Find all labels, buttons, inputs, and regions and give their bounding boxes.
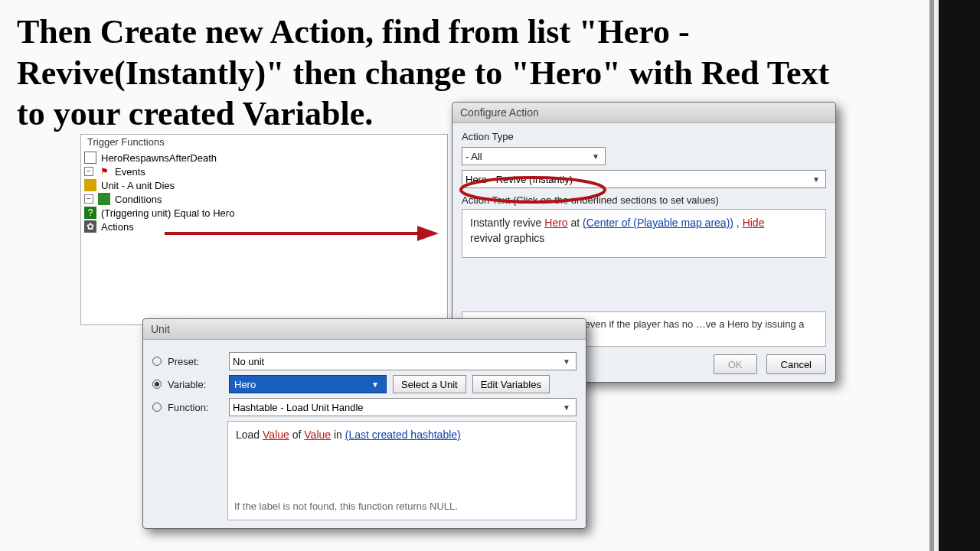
function-radio[interactable] [152, 403, 162, 412]
tree-condition-1[interactable]: ? (Triggering unit) Equal to Hero [84, 206, 444, 220]
ok-button[interactable]: OK [714, 354, 757, 374]
action-type-select[interactable]: - All ▼ [462, 147, 606, 165]
tree-conditions-item[interactable]: − Conditions [84, 192, 444, 206]
tree-root-label: HeroRespawnsAfterDeath [101, 152, 217, 164]
chevron-down-icon: ▼ [590, 152, 602, 161]
action-text-box: Instantly revive Hero at (Center of (Pla… [462, 209, 826, 258]
fn-of: of [292, 429, 302, 441]
unit-titlebar[interactable]: Unit [143, 319, 586, 340]
variable-label: Variable: [168, 379, 223, 390]
question-icon: ? [84, 207, 96, 219]
tree-event-1[interactable]: Unit - A unit Dies [84, 178, 444, 192]
tree-events-item[interactable]: − ⚑ Events [84, 165, 444, 178]
action-text-prefix: Instantly revive [470, 217, 541, 229]
function-label: Function: [168, 402, 223, 413]
function-text-box: Load Value of Value in (Last created has… [227, 421, 577, 520]
chevron-down-icon: ▼ [560, 357, 573, 366]
conditions-icon [98, 193, 110, 205]
tree-conditions-label: Conditions [115, 194, 162, 205]
trigger-panel: Trigger Functions HeroRespawnsAfterDeath… [80, 134, 448, 325]
action-text-location-link[interactable]: (Center of (Playable map area)) [583, 217, 733, 229]
variable-radio[interactable] [152, 380, 162, 389]
function-select[interactable]: Hashtable - Load Unit Handle ▼ [229, 398, 577, 416]
gear-icon: ✿ [84, 220, 96, 233]
configure-action-titlebar[interactable]: Configure Action [452, 103, 835, 123]
flag-icon: ⚑ [98, 165, 110, 178]
action-text-suffix: revival graphics [470, 232, 544, 244]
edit-variables-button[interactable]: Edit Variables [472, 375, 550, 393]
fn-load: Load [236, 429, 260, 441]
action-type-label: Action Type [462, 131, 826, 142]
tree-root-item[interactable]: HeroRespawnsAfterDeath [84, 151, 444, 165]
action-text-at: at [571, 217, 580, 229]
action-text-hide-link[interactable]: Hide [743, 217, 765, 229]
preset-label: Preset: [168, 356, 223, 367]
tree-event-1-label: Unit - A unit Dies [101, 180, 175, 191]
collapse-icon[interactable]: − [84, 194, 93, 204]
preset-radio[interactable] [152, 357, 162, 366]
action-name-value: Hero - Revive (Instantly) [466, 174, 573, 185]
trigger-panel-header: Trigger Functions [81, 135, 447, 149]
page-icon [84, 152, 96, 164]
collapse-icon[interactable]: − [84, 167, 93, 176]
event-icon [84, 179, 96, 191]
action-text-comma: , [737, 217, 740, 229]
select-unit-button[interactable]: Select a Unit [393, 375, 466, 393]
preset-select[interactable]: No unit ▼ [229, 352, 577, 370]
fn-in: in [334, 429, 342, 441]
fn-value1-link[interactable]: Value [263, 429, 289, 441]
variable-select[interactable]: Hero ▼ [229, 375, 387, 393]
preset-value: No unit [233, 356, 264, 367]
cancel-button[interactable]: Cancel [766, 354, 826, 374]
chevron-down-icon: ▼ [560, 403, 573, 412]
tree-actions-label: Actions [101, 221, 134, 233]
action-text-hero-link[interactable]: Hero [544, 217, 567, 229]
tree-events-label: Events [115, 166, 145, 178]
tree-condition-1-label: (Triggering unit) Equal to Hero [101, 207, 234, 219]
variable-row: Variable: Hero ▼ Select a Unit Edit Vari… [152, 375, 577, 393]
null-hint: If the label is not found, this function… [234, 500, 458, 514]
action-name-select[interactable]: Hero - Revive (Instantly) ▼ [462, 170, 826, 188]
fn-value2-link[interactable]: Value [304, 429, 331, 441]
preset-row: Preset: No unit ▼ [152, 352, 577, 370]
chevron-down-icon: ▼ [369, 380, 381, 389]
variable-value: Hero [234, 379, 256, 390]
letterbox-strip [939, 0, 980, 551]
chevron-down-icon: ▼ [810, 175, 822, 184]
tree-actions-item[interactable]: ✿ Actions [84, 220, 444, 233]
function-row: Function: Hashtable - Load Unit Handle ▼ [152, 398, 577, 416]
fn-hash-link[interactable]: (Last created hashtable) [345, 429, 461, 441]
action-text-label: Action Text (Click on the underlined sec… [462, 194, 826, 206]
action-type-value: - All [466, 151, 482, 162]
unit-dialog: Unit Preset: No unit ▼ Variable: Hero ▼ … [142, 318, 586, 529]
function-value: Hashtable - Load Unit Handle [233, 402, 364, 413]
